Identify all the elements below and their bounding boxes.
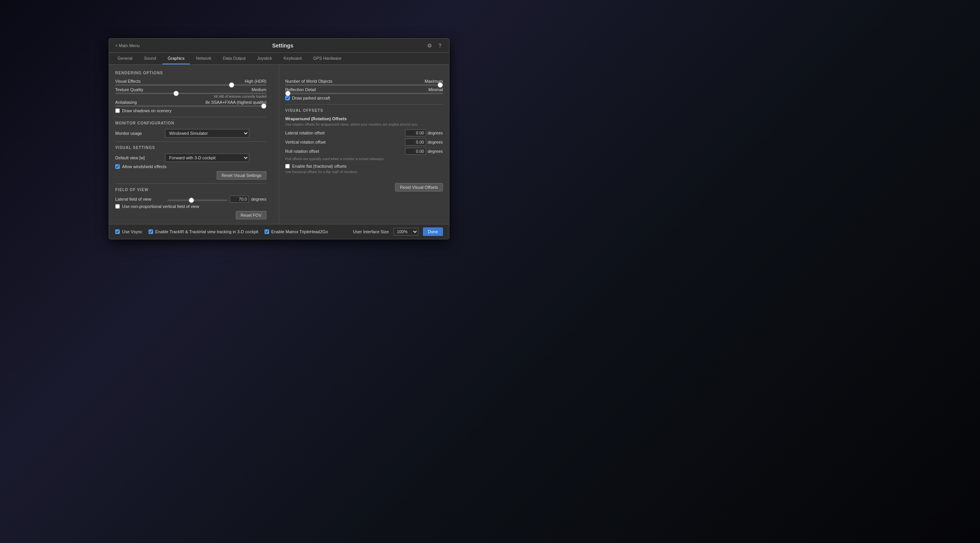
field-of-view-title: FIELD OF VIEW	[115, 188, 266, 192]
use-vsync-row: Use Vsync	[115, 229, 142, 234]
roll-rotation-row: Roll rotation offset degrees	[285, 148, 443, 155]
lateral-fov-unit: degrees	[251, 197, 266, 201]
settings-modal: < Main Menu Settings ⚙ ? General Sound G…	[109, 38, 449, 239]
enable-trackir-row: Enable TrackIR & TrackHat view tracking …	[149, 229, 258, 234]
reset-visual-settings-button[interactable]: Reset Visual Settings	[217, 171, 266, 180]
world-objects-slider[interactable]	[285, 84, 443, 86]
enable-flat-offsets-checkbox[interactable]	[285, 164, 290, 168]
draw-shadows-label: Draw shadows on scenery	[122, 108, 172, 113]
draw-parked-aircraft-row: Draw parked aircraft	[285, 96, 443, 100]
enable-matrox-label: Enable Matrox TripleHead2Go	[271, 229, 328, 234]
rendering-options-title: RENDERING OPTIONS	[115, 71, 266, 75]
texture-quality-sub: 68 MB of textures currently loaded	[115, 95, 266, 98]
non-proportional-fov-checkbox[interactable]	[115, 204, 120, 209]
windshield-effects-row: Allow windshield effects	[115, 164, 266, 169]
bottom-bar: Use Vsync Enable TrackIR & TrackHat view…	[109, 224, 449, 239]
default-view-label: Default view [w]	[115, 155, 161, 160]
modal-title: Settings	[140, 43, 426, 49]
texture-quality-slider[interactable]	[115, 93, 266, 94]
reset-visual-offsets-button[interactable]: Reset Visual Offsets	[395, 183, 443, 191]
antialiasing-slider[interactable]	[115, 105, 266, 107]
reflection-detail-slider[interactable]	[285, 93, 443, 94]
ui-size-select[interactable]: 75% 100% 125% 150%	[394, 228, 418, 236]
enable-trackir-label: Enable TrackIR & TrackHat view tracking …	[155, 229, 258, 234]
tab-keyboard[interactable]: Keyboard	[278, 53, 307, 64]
visual-settings-title: VISUAL SETTINGS	[115, 146, 266, 150]
non-proportional-fov-row: Use non-proportional vertical field of v…	[115, 204, 266, 209]
bottom-right: User Interface Size 75% 100% 125% 150% D…	[353, 227, 443, 236]
visual-offsets-title: VISUAL OFFSETS	[285, 108, 443, 113]
vertical-rotation-label: Vertical rotation offset	[285, 140, 405, 144]
roll-rotation-input[interactable]	[405, 148, 426, 155]
default-view-row: Default view [w] Forward with 3-D cockpi…	[115, 154, 266, 162]
tab-joystick[interactable]: Joystick	[252, 53, 278, 64]
left-content: RENDERING OPTIONS Visual Effects High (H…	[109, 65, 273, 224]
vertical-rotation-unit: degrees	[428, 140, 443, 144]
lateral-fov-slider[interactable]	[167, 200, 227, 201]
roll-rotation-desc: Roll offsets are typically used when a m…	[285, 157, 443, 161]
done-button[interactable]: Done	[423, 227, 443, 236]
visual-effects-slider[interactable]	[115, 84, 266, 86]
draw-parked-aircraft-checkbox[interactable]	[285, 96, 290, 100]
draw-shadows-checkbox[interactable]	[115, 108, 120, 113]
tab-bar: General Sound Graphics Network Data Outp…	[109, 53, 449, 65]
visual-effects-row: Visual Effects High (HDR)	[115, 79, 266, 86]
monitor-usage-label: Monitor usage	[115, 131, 161, 136]
tab-sound[interactable]: Sound	[139, 53, 162, 64]
texture-quality-row: Texture Quality Medium 68 MB of textures…	[115, 87, 266, 98]
modal-titlebar: < Main Menu Settings ⚙ ?	[109, 39, 449, 53]
enable-matrox-row: Enable Matrox TripleHead2Go	[265, 229, 328, 234]
tab-gps-hardware[interactable]: GPS Hardware	[308, 53, 347, 64]
lateral-fov-input[interactable]	[230, 196, 249, 203]
enable-flat-offsets-row: Enable flat (fractional) offsets	[285, 164, 443, 168]
enable-trackir-checkbox[interactable]	[149, 229, 153, 234]
draw-parked-aircraft-label: Draw parked aircraft	[292, 96, 330, 100]
vertical-rotation-input[interactable]	[405, 139, 426, 146]
roll-rotation-label: Roll rotation offset	[285, 149, 405, 154]
antialiasing-row: Antialiasing 8x SSAA+FXAA (highest quali…	[115, 100, 266, 107]
back-link[interactable]: < Main Menu	[115, 43, 140, 48]
vertical-rotation-row: Vertical rotation offset degrees	[285, 139, 443, 146]
tab-data-output[interactable]: Data Output	[217, 53, 251, 64]
monitor-config-title: MONITOR CONFIGURATION	[115, 121, 266, 125]
lateral-fov-label: Lateral field of view	[115, 197, 165, 201]
world-objects-row: Number of World Objects Maximum	[285, 79, 443, 86]
enable-flat-offsets-label: Enable flat (fractional) offsets	[292, 164, 346, 168]
lateral-rotation-unit: degrees	[428, 131, 443, 135]
help-button[interactable]: ?	[437, 42, 443, 49]
reflection-detail-row: Reflection Detail Minimal	[285, 87, 443, 94]
default-view-select[interactable]: Forward with 3-D cockpit Forward with 2-…	[165, 154, 249, 162]
wraparound-desc: Use rotation offsets for wraparound view…	[285, 123, 443, 126]
tab-graphics[interactable]: Graphics	[162, 53, 190, 64]
windshield-effects-checkbox[interactable]	[115, 164, 120, 169]
flat-offsets-desc: Use fractional offsets for a flat 'wall'…	[285, 170, 443, 174]
roll-rotation-unit: degrees	[428, 149, 443, 154]
draw-shadows-row: Draw shadows on scenery	[115, 108, 266, 113]
lateral-rotation-row: Lateral rotation offset degrees	[285, 129, 443, 136]
monitor-usage-row: Monitor usage Windowed Simulator Full Sc…	[115, 129, 266, 137]
enable-matrox-checkbox[interactable]	[265, 229, 269, 234]
filter-button[interactable]: ⚙	[426, 42, 434, 49]
tab-network[interactable]: Network	[191, 53, 217, 64]
use-vsync-checkbox[interactable]	[115, 229, 120, 234]
windshield-effects-label: Allow windshield effects	[122, 164, 167, 169]
bottom-checkboxes: Use Vsync Enable TrackIR & TrackHat view…	[115, 228, 328, 236]
lateral-rotation-label: Lateral rotation offset	[285, 131, 405, 135]
use-vsync-label: Use Vsync	[122, 229, 142, 234]
tab-general[interactable]: General	[112, 53, 138, 64]
monitor-usage-select[interactable]: Windowed Simulator Full Screen Windowed	[165, 129, 249, 137]
lateral-fov-row: Lateral field of view degrees	[115, 196, 266, 203]
wraparound-title: Wraparound (Rotation) Offsets	[285, 116, 443, 121]
modal-icon-area: ⚙ ?	[426, 42, 443, 49]
ui-size-label: User Interface Size	[353, 229, 389, 234]
right-panel: RENDERING OPTIONS Number of World Object…	[279, 65, 449, 224]
non-proportional-fov-label: Use non-proportional vertical field of v…	[122, 204, 199, 209]
main-content: RENDERING OPTIONS Visual Effects High (H…	[109, 65, 449, 224]
lateral-rotation-input[interactable]	[405, 129, 426, 136]
left-panel: RENDERING OPTIONS Visual Effects High (H…	[109, 65, 279, 224]
reset-fov-button[interactable]: Reset FOV	[236, 211, 266, 219]
